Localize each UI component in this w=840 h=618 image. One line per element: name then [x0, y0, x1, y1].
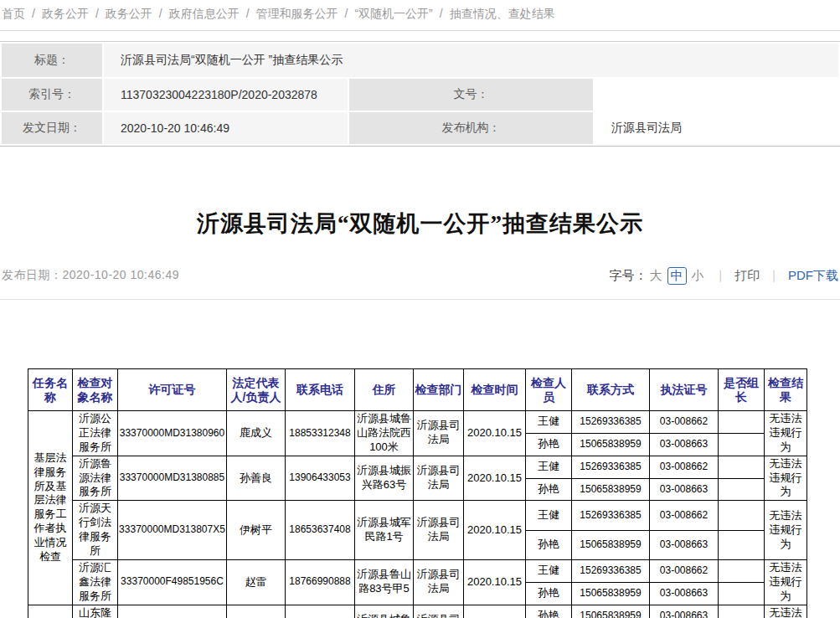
cell-is-leader	[719, 501, 765, 530]
cell-is-leader	[719, 411, 765, 434]
cell-inspector-cert: 03-008663	[650, 433, 719, 456]
cell-license-no: 33370000MD31380960	[118, 411, 227, 456]
cell-inspector-name: 孙艳	[526, 433, 572, 456]
cell-phone: 18853312348	[286, 411, 355, 456]
cell-legal-rep: 苗本玉	[227, 605, 286, 618]
cell-inspector-contact: 15065838959	[572, 605, 650, 618]
cell-dept: 沂源县司法局	[414, 559, 464, 605]
column-header: 任务名称	[28, 369, 73, 411]
page-title: 沂源县司法局“双随机一公开”抽查结果公示	[0, 209, 840, 239]
publish-date: 发布日期：2020-10-20 10:46:49	[2, 268, 179, 283]
breadcrumb-separator: /	[345, 7, 348, 20]
font-size-medium-button[interactable]: 中	[667, 267, 687, 285]
cell-is-leader	[719, 530, 765, 559]
cell-inspector-contact: 15065838959	[572, 433, 650, 456]
breadcrumb-separator: /	[440, 7, 443, 20]
cell-is-leader	[719, 582, 765, 605]
cell-license-no: 33370000MD31380885	[118, 456, 227, 501]
breadcrumb-item[interactable]: 管理和服务公开	[256, 7, 338, 20]
cell-dept: 沂源县司法局	[414, 501, 464, 560]
cell-inspector-name: 孙艳	[526, 478, 572, 501]
cell-is-leader	[719, 456, 765, 478]
column-header: 住所	[355, 369, 414, 411]
cell-inspector-name: 王健	[526, 411, 572, 434]
inspection-results-table: 任务名称检查对象名称许可证号法定代表人/负责人联系电话住所检查部门检查时间检查人…	[28, 368, 807, 618]
cell-inspector-contact: 15065838959	[572, 530, 650, 559]
cell-phone: 13583330396	[286, 605, 355, 618]
cell-address: 沂源县鲁山路83号甲5	[355, 559, 414, 605]
table-row: 沂源天行剑法律服务所33370000MD313807X5伊树平186536374…	[28, 501, 807, 530]
cell-result: 无违法违规行为	[765, 411, 807, 456]
meta-org-value: 沂源县司法局	[595, 112, 838, 144]
cell-legal-rep: 鹿成义	[227, 411, 286, 456]
column-header: 许可证号	[118, 369, 227, 411]
column-header: 联系方式	[572, 369, 650, 411]
column-header: 检查部门	[414, 369, 464, 411]
print-button[interactable]: 打印	[734, 268, 760, 284]
cell-inspector-name: 孙艳	[526, 605, 572, 618]
cell-inspector-name: 王健	[526, 501, 572, 530]
cell-inspector-contact: 15065838959	[572, 582, 650, 605]
article-toolbar: 字号： 大 中 小 ｜ 打印 ｜ PDF下载	[610, 267, 838, 285]
cell-inspector-cert: 03-008663	[650, 478, 719, 501]
pdf-download-button[interactable]: PDF下载	[788, 268, 838, 284]
meta-docno-label: 文号：	[349, 79, 593, 111]
cell-target-name: 山东隆祥律师事务所	[73, 605, 118, 618]
cell-result: 无违法违规行为	[765, 605, 807, 618]
font-size-small-button[interactable]: 小	[692, 268, 704, 284]
breadcrumb-item[interactable]: “双随机一公开”	[354, 7, 432, 20]
cell-license-no: 33370000MD313807X5	[118, 501, 227, 560]
cell-address: 沂源县城振兴路63号	[355, 456, 414, 501]
meta-index-label: 索引号：	[2, 79, 102, 111]
cell-target-name: 沂源汇鑫法律服务所	[73, 559, 118, 605]
horizontal-divider	[0, 299, 840, 300]
meta-title-value: 沂源县司法局“双随机一公开 ”抽查结果公示	[104, 44, 838, 77]
breadcrumb-separator: /	[32, 7, 35, 20]
meta-org-label: 发布机构：	[349, 112, 593, 144]
cell-date: 2020.10.15	[464, 501, 526, 560]
cell-date: 2020.10.15	[464, 456, 526, 501]
breadcrumb-separator: /	[159, 7, 162, 20]
cell-inspector-name: 王健	[526, 559, 572, 582]
breadcrumb-item[interactable]: 政务公开	[42, 7, 89, 20]
cell-address: 沂源县城鲁山路东首	[355, 605, 414, 618]
cell-date: 2020.7.9	[464, 605, 526, 618]
cell-inspector-name: 孙艳	[526, 530, 572, 559]
meta-date-label: 发文日期：	[2, 112, 102, 144]
cell-address: 沂源县城军民路1号	[355, 501, 414, 560]
breadcrumb-separator: /	[95, 7, 99, 20]
cell-legal-rep: 伊树平	[227, 501, 286, 560]
cell-inspector-cert: 03-008663	[650, 605, 719, 618]
toolbar-divider: ｜	[768, 268, 780, 283]
column-header: 是否组长	[719, 369, 765, 411]
cell-legal-rep: 赵雷	[227, 559, 286, 605]
cell-legal-rep: 孙善良	[227, 456, 286, 501]
column-header: 检查对象名称	[73, 369, 118, 411]
cell-dept: 沂源县司法局	[414, 411, 464, 456]
breadcrumb-separator: /	[246, 7, 250, 20]
breadcrumb-item[interactable]: 首页	[2, 7, 25, 20]
cell-phone: 13906433053	[286, 456, 355, 501]
column-header: 检查时间	[464, 369, 526, 411]
cell-address: 沂源县城鲁山路法院西100米	[355, 411, 414, 456]
breadcrumb-item[interactable]: 抽查情况、查处结果	[450, 7, 555, 20]
cell-inspector-cert: 03-008662	[650, 559, 719, 582]
table-header-row: 任务名称检查对象名称许可证号法定代表人/负责人联系电话住所检查部门检查时间检查人…	[28, 369, 807, 411]
meta-docno-value	[595, 79, 838, 111]
document-meta-table: 标题： 沂源县司法局“双随机一公开 ”抽查结果公示 索引号： 113703230…	[0, 41, 840, 147]
breadcrumb-item[interactable]: 政务公开	[106, 7, 152, 20]
cell-task-name: 基层法律服务所及基层法律服务工作者执业情况检查	[28, 411, 73, 605]
cell-date: 2020.10.15	[464, 411, 526, 456]
meta-title-label: 标题：	[2, 44, 102, 77]
table-row: 律师事务所及律师执业情况检查山东隆祥律师事务所31370000493220801…	[28, 605, 807, 618]
breadcrumb: 首页/政务公开/政务公开/政府信息公开/管理和服务公开/“双随机一公开”/抽查情…	[0, 0, 840, 31]
font-size-large-button[interactable]: 大	[650, 268, 662, 284]
cell-inspector-cert: 03-008663	[650, 530, 719, 559]
breadcrumb-item[interactable]: 政府信息公开	[169, 7, 240, 20]
cell-inspector-cert: 03-008662	[650, 411, 719, 434]
table-row: 沂源汇鑫法律服务所33370000F49851956C赵雷18766990888…	[28, 559, 807, 582]
cell-result: 无违法违规行为	[765, 456, 807, 501]
cell-is-leader	[719, 605, 765, 618]
cell-license-no: 31370000493220801J	[118, 605, 227, 618]
meta-index-value: 11370323004223180P/2020-2032878	[104, 79, 348, 111]
